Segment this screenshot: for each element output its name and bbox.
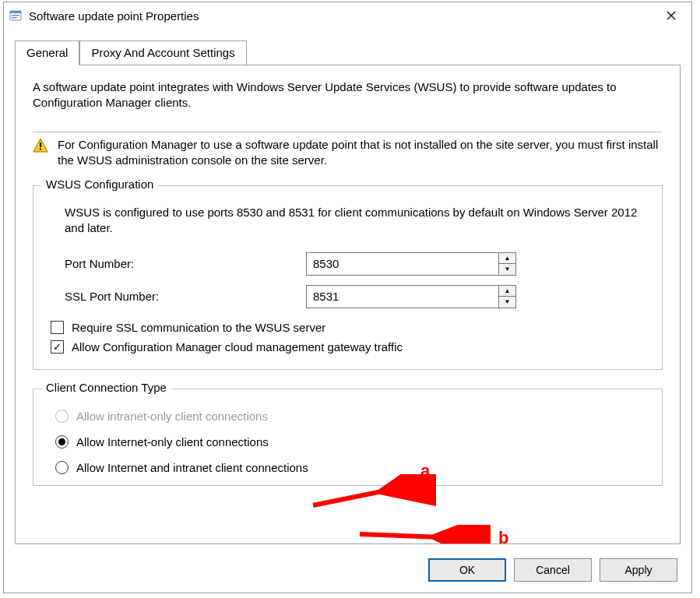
port-field-wrap: ▲ ▼ <box>306 252 516 276</box>
warning-row: For Configuration Manager to use a softw… <box>33 137 663 169</box>
port-spin-up[interactable]: ▲ <box>499 253 515 264</box>
svg-line-10 <box>313 482 428 505</box>
wsus-desc: WSUS is configured to use ports 8530 and… <box>51 200 645 248</box>
ssl-port-spin-down[interactable]: ▼ <box>499 296 515 308</box>
window-title: Software update point Properties <box>29 9 656 23</box>
radio-intranet-label: Allow intranet-only client connections <box>76 410 268 423</box>
ssl-port-field-wrap: ▲ ▼ <box>306 285 516 308</box>
require-ssl-checkbox[interactable]: Require SSL communication to the WSUS se… <box>51 318 645 337</box>
port-spinner: ▲ ▼ <box>498 253 515 275</box>
tab-proxy[interactable]: Proxy And Account Settings <box>79 40 246 65</box>
radio-internet-and-intranet[interactable]: Allow Internet and intranet client conne… <box>51 455 645 480</box>
annotation-label-b: b <box>498 528 508 544</box>
radio-internet-only[interactable]: Allow Internet-only client connections <box>51 429 645 455</box>
warning-text: For Configuration Manager to use a softw… <box>58 137 663 169</box>
client-area: General Proxy And Account Settings A sof… <box>4 29 691 593</box>
tab-general[interactable]: General <box>15 40 79 65</box>
group-client-connection: Client Connection Type Allow intranet-on… <box>33 389 663 486</box>
port-input[interactable] <box>307 253 498 275</box>
port-label: Port Number: <box>65 257 306 270</box>
svg-rect-8 <box>40 148 41 150</box>
divider <box>33 132 663 132</box>
svg-rect-1 <box>10 11 21 13</box>
require-ssl-label: Require SSL communication to the WSUS se… <box>72 321 325 334</box>
svg-rect-7 <box>40 142 41 147</box>
cancel-button[interactable]: Cancel <box>514 558 592 582</box>
ssl-port-label: SSL Port Number: <box>65 290 306 303</box>
ssl-port-spin-up[interactable]: ▲ <box>499 286 515 297</box>
warning-icon <box>33 138 48 157</box>
radio-icon <box>55 410 69 423</box>
titlebar: Software update point Properties <box>4 2 691 29</box>
row-port: Port Number: ▲ ▼ <box>51 248 645 280</box>
row-ssl-port: SSL Port Number: ▲ ▼ <box>51 280 645 313</box>
svg-rect-3 <box>12 17 17 18</box>
port-spin-down[interactable]: ▼ <box>499 263 515 275</box>
dialog-button-row: OK Cancel Apply <box>428 558 677 582</box>
ssl-port-input[interactable] <box>307 286 498 308</box>
group-wsus-legend: WSUS Configuration <box>41 178 158 191</box>
radio-icon <box>55 435 69 448</box>
ok-button[interactable]: OK <box>428 558 506 582</box>
app-icon <box>9 9 23 23</box>
tab-panel-general: A software update point integrates with … <box>15 65 681 544</box>
radio-intranet-only: Allow intranet-only client connections <box>51 403 645 429</box>
checkbox-icon <box>51 321 64 334</box>
group-client-connection-legend: Client Connection Type <box>41 381 171 394</box>
radio-internet-label: Allow Internet-only client connections <box>76 435 269 448</box>
group-wsus-config: WSUS Configuration WSUS is configured to… <box>33 185 663 370</box>
ssl-port-spinner: ▲ ▼ <box>498 286 515 308</box>
svg-rect-2 <box>12 15 19 16</box>
apply-button[interactable]: Apply <box>600 558 677 582</box>
close-icon <box>667 11 676 20</box>
radio-both-label: Allow Internet and intranet client conne… <box>76 461 308 474</box>
intro-text: A software update point integrates with … <box>33 79 663 111</box>
radio-icon <box>55 461 69 474</box>
allow-cmg-checkbox[interactable]: Allow Configuration Manager cloud manage… <box>51 337 645 357</box>
tab-strip: General Proxy And Account Settings <box>15 40 247 65</box>
close-button[interactable] <box>656 5 687 26</box>
svg-line-12 <box>360 534 483 539</box>
allow-cmg-label: Allow Configuration Manager cloud manage… <box>72 340 403 354</box>
dialog-window: Software update point Properties General… <box>3 2 692 593</box>
checkbox-icon <box>51 340 64 354</box>
annotation-arrow-b <box>350 525 491 544</box>
